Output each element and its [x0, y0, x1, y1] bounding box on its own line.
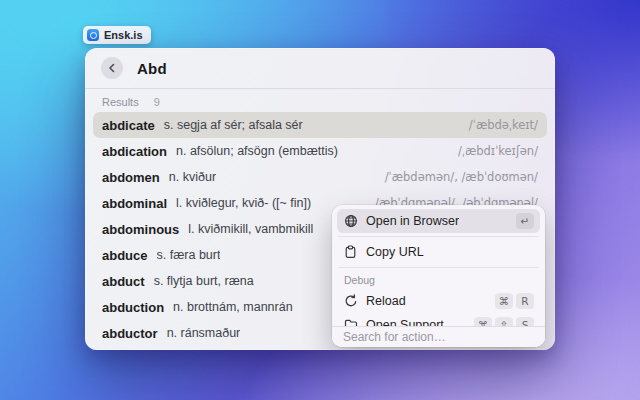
shortcut-key: ⇧ — [495, 317, 513, 326]
results-section-header: Results 9 — [85, 89, 555, 111]
reload-icon — [343, 294, 358, 309]
action-menu-item-label: Copy URL — [366, 245, 424, 259]
action-menu-footer — [332, 326, 545, 347]
action-menu-item[interactable]: Reload ⌘R — [337, 289, 540, 313]
result-definition: s. flytja burt, ræna — [154, 274, 254, 288]
chevron-left-icon — [108, 63, 116, 73]
result-term: abduction — [102, 300, 164, 315]
action-menu-item-label: Reload — [366, 294, 406, 308]
search-bar: Abd — [85, 48, 555, 88]
ensk-is-app-icon — [87, 29, 99, 41]
result-row[interactable]: abdication n. afsölun; afsögn (embættis)… — [93, 138, 547, 164]
result-term: abduct — [102, 274, 145, 289]
shortcut-key: ↵ — [516, 213, 534, 229]
globe-icon — [343, 214, 358, 229]
window-title-tag-label: Ensk.is — [104, 29, 143, 41]
app-window: Abd Results 9 abdicate s. segja af sér; … — [85, 48, 555, 350]
shortcut-key: R — [516, 293, 534, 309]
result-definition: n. ránsmaður — [167, 326, 241, 340]
result-term: abdominous — [102, 222, 179, 237]
shortcut-key: S — [516, 317, 534, 326]
menu-divider — [338, 267, 539, 268]
shortcut-keys: ⌘R — [495, 293, 534, 309]
result-term: abdicate — [102, 118, 155, 133]
result-definition: n. kviður — [169, 170, 216, 184]
result-definition: l. kviðlegur, kvið- ([~ fin]) — [176, 196, 311, 210]
action-menu-section-label: Debug — [337, 271, 540, 289]
menu-divider — [338, 236, 539, 237]
results-count: 9 — [154, 96, 160, 108]
action-menu-list: Open in Browser ↵ Copy URL Debug Reload … — [332, 205, 545, 326]
desktop-background: Ensk.is Abd Results 9 abdicate s. segja … — [0, 0, 640, 400]
results-section-label: Results — [102, 96, 139, 108]
result-row[interactable]: abdicate s. segja af sér; afsala sér /ˈæ… — [93, 112, 547, 138]
result-definition: n. afsölun; afsögn (embættis) — [176, 144, 338, 158]
result-phonetic: /ˌæbdɪˈkeɪʃən/ — [458, 144, 538, 158]
result-definition: l. kviðmikill, vambmikill — [188, 222, 313, 236]
action-menu-item[interactable]: Open Support Directory ⌘⇧S — [337, 313, 540, 326]
action-menu-item-label: Open Support Directory — [366, 318, 466, 326]
shortcut-keys: ↵ — [516, 213, 534, 229]
action-menu-item-label: Open in Browser — [366, 214, 459, 228]
result-term: abduce — [102, 248, 148, 263]
result-term: abdication — [102, 144, 167, 159]
back-button[interactable] — [101, 57, 123, 79]
result-definition: n. brottnám, mannrán — [173, 300, 293, 314]
action-menu-item[interactable]: Copy URL — [337, 240, 540, 264]
shortcut-key: ⌘ — [495, 293, 513, 309]
action-search-input[interactable] — [343, 330, 534, 344]
search-input[interactable]: Abd — [137, 60, 167, 77]
result-term: abductor — [102, 326, 158, 341]
result-row[interactable]: abdomen n. kviður /ˈæbdəmən/, /æbˈdoʊmən… — [93, 164, 547, 190]
shortcut-keys: ⌘⇧S — [474, 317, 534, 326]
action-menu-item[interactable]: Open in Browser ↵ — [337, 209, 540, 233]
window-title-tag: Ensk.is — [83, 26, 151, 44]
result-phonetic: /ˈæbdəmən/, /æbˈdoʊmən/ — [385, 170, 538, 184]
folder-icon — [343, 318, 358, 327]
result-term: abdominal — [102, 196, 167, 211]
result-definition: s. færa burt — [157, 248, 221, 262]
clipboard-icon — [343, 245, 358, 260]
result-phonetic: /ˈæbdəˌkeɪt/ — [469, 118, 538, 132]
result-definition: s. segja af sér; afsala sér — [164, 118, 303, 132]
action-menu: Open in Browser ↵ Copy URL Debug Reload … — [332, 205, 545, 347]
shortcut-key: ⌘ — [474, 317, 492, 326]
result-term: abdomen — [102, 170, 160, 185]
